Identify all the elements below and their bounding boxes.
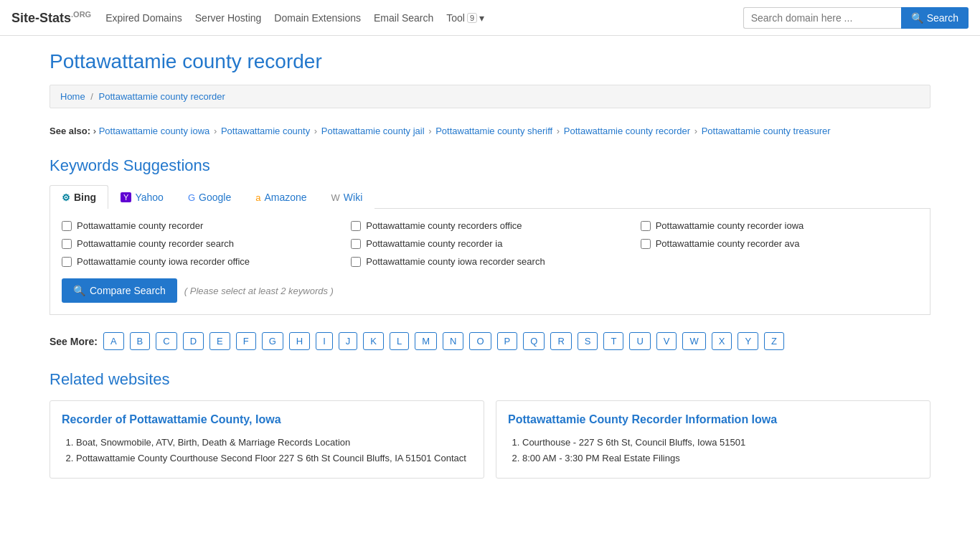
letter-y[interactable]: Y [738,332,758,350]
keyword-label-2[interactable]: Pottawattamie county recorder iowa [656,220,804,231]
letter-m[interactable]: M [415,332,437,350]
breadcrumb-current[interactable]: Pottawattamie county recorder [99,91,225,102]
nav-tool-dropdown[interactable]: Tool 9 ▾ [446,12,484,24]
letter-s[interactable]: S [578,332,598,350]
nav-domain-extensions[interactable]: Domain Extensions [274,12,361,24]
related-grid: Recorder of Pottawattamie County, Iowa B… [50,400,930,479]
breadcrumb: Home / Pottawattamie county recorder [50,85,930,108]
keyword-item-2: Pottawattamie county recorder iowa [641,220,918,231]
keyword-label-0[interactable]: Pottawattamie county recorder [77,220,203,231]
keyword-checkbox-0[interactable] [62,221,72,231]
bing-icon: ⚙ [62,192,70,203]
keyword-checkbox-1[interactable] [351,221,361,231]
related-card-item-1-0: Courthouse - 227 S 6th St, Council Bluff… [522,435,918,451]
main-content: Pottawattamie county recorder Home / Pot… [38,36,942,493]
keyword-label-1[interactable]: Pottawattamie county recorders office [366,220,522,231]
letter-o[interactable]: O [469,332,491,350]
letter-t[interactable]: T [603,332,623,350]
letter-l[interactable]: L [390,332,409,350]
letter-a[interactable]: A [103,332,124,350]
keyword-item-7: Pottawattamie county iowa recorder searc… [351,256,628,267]
navbar: Site-Stats.ORG Expired Domains Server Ho… [0,0,980,36]
nav-links: Expired Domains Server Hosting Domain Ex… [105,12,728,24]
letter-c[interactable]: C [156,332,176,350]
tab-yahoo[interactable]: Y Yahoo [108,185,176,209]
search-icon: 🔍 [911,12,923,24]
google-icon: G [188,192,195,203]
see-also-link-2[interactable]: Pottawattamie county jail [321,126,425,136]
letter-i[interactable]: I [316,332,333,350]
letter-j[interactable]: J [339,332,358,350]
letter-n[interactable]: N [443,332,463,350]
letter-h[interactable]: H [289,332,310,350]
see-also-label: See also: [50,126,90,136]
related-card-item-0-1: Pottawattamie County Courthouse Second F… [76,451,472,466]
related-card-1: Pottawattamie County Recorder Informatio… [496,400,930,479]
keyword-checkbox-3[interactable] [62,239,72,249]
search-input[interactable] [743,7,901,29]
see-also-sep: › [93,126,99,136]
letter-z[interactable]: Z [764,332,784,350]
compare-search-button[interactable]: 🔍 Compare Search [62,278,177,303]
wiki-icon: W [331,192,340,203]
keyword-label-7[interactable]: Pottawattamie county iowa recorder searc… [366,256,545,267]
keyword-label-6[interactable]: Pottawattamie county iowa recorder offic… [77,256,250,267]
nav-expired-domains[interactable]: Expired Domains [105,12,182,24]
keyword-item-0: Pottawattamie county recorder [62,220,339,231]
letter-b[interactable]: B [130,332,151,350]
breadcrumb-home[interactable]: Home [60,91,85,102]
letter-v[interactable]: V [656,332,677,350]
keyword-label-3[interactable]: Pottawattamie county recorder search [77,238,234,249]
keyword-label-4[interactable]: Pottawattamie county recorder ia [366,238,502,249]
related-card-list-1: Courthouse - 227 S 6th St, Council Bluff… [508,435,918,466]
see-also-link-5[interactable]: Pottawattamie county treasurer [702,126,831,136]
keyword-checkbox-7[interactable] [351,257,361,267]
tab-wiki[interactable]: W Wiki [319,185,375,209]
related-card-title-1[interactable]: Pottawattamie County Recorder Informatio… [508,413,918,428]
keyword-tabs: ⚙ Bing Y Yahoo G Google a Amazone W Wiki [50,185,930,209]
keywords-section-title: Keywords Suggestions [50,156,930,175]
related-section-title: Related websites [50,370,930,389]
breadcrumb-separator: / [90,91,93,102]
tab-google[interactable]: G Google [176,185,243,209]
keyword-checkbox-4[interactable] [351,239,361,249]
nav-email-search[interactable]: Email Search [374,12,433,24]
letter-r[interactable]: R [550,332,571,350]
related-card-item-1-1: 8:00 AM - 3:30 PM Real Estate Filings [522,451,918,466]
tab-bing[interactable]: ⚙ Bing [50,185,108,209]
letter-d[interactable]: D [183,332,204,350]
letter-x[interactable]: X [712,332,732,350]
tab-amazon[interactable]: a Amazone [243,185,319,209]
keyword-label-5[interactable]: Pottawattamie county recorder ava [656,238,800,249]
see-also-link-1[interactable]: Pottawattamie county [221,126,310,136]
keyword-checkbox-6[interactable] [62,257,72,267]
related-card-title-0[interactable]: Recorder of Pottawattamie County, Iowa [62,413,472,428]
letter-w[interactable]: W [682,332,705,350]
see-also-link-4[interactable]: Pottawattamie county recorder [564,126,690,136]
tool-badge: 9 [467,13,477,23]
yahoo-icon: Y [121,192,131,202]
see-also-link-0[interactable]: Pottawattamie county iowa [99,126,210,136]
brand-logo[interactable]: Site-Stats.ORG [11,10,91,26]
letter-k[interactable]: K [363,332,384,350]
nav-server-hosting[interactable]: Server Hosting [195,12,262,24]
compare-note: ( Please select at least 2 keywords ) [184,286,334,296]
keyword-item-6: Pottawattamie county iowa recorder offic… [62,256,339,267]
see-more-bar: See More: A B C D E F G H I J K L M N O … [50,332,930,350]
keyword-item-5: Pottawattamie county recorder ava [641,238,918,249]
letter-p[interactable]: P [497,332,518,350]
keyword-checkbox-2[interactable] [641,221,651,231]
letter-e[interactable]: E [209,332,230,350]
letter-f[interactable]: F [236,332,256,350]
see-also-link-3[interactable]: Pottawattamie county sheriff [435,126,552,136]
keywords-grid: Pottawattamie county recorder Pottawatta… [62,220,918,267]
letter-g[interactable]: G [262,332,283,350]
keyword-item-1: Pottawattamie county recorders office [351,220,628,231]
related-card-list-0: Boat, Snowmobile, ATV, Birth, Death & Ma… [62,435,472,466]
letter-u[interactable]: U [629,332,650,350]
keyword-checkbox-5[interactable] [641,239,651,249]
letter-q[interactable]: Q [523,332,545,350]
keywords-box: Pottawattamie county recorder Pottawatta… [50,209,930,315]
search-button[interactable]: 🔍 Search [901,7,969,29]
see-more-label: See More: [50,336,98,347]
